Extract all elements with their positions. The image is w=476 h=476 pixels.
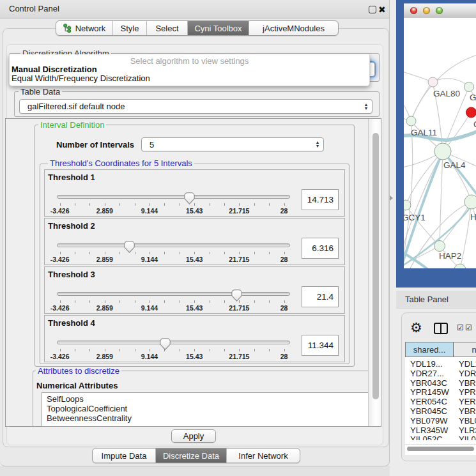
attribute-list-item[interactable]: TopologicalCoefficient <box>47 404 127 413</box>
slider-tick <box>254 252 255 254</box>
table-horizontal-scrollbar[interactable] <box>405 444 476 454</box>
slider-tick <box>164 300 165 303</box>
table-cell-name[interactable]: YER0 <box>459 397 476 406</box>
slider-tick <box>269 300 270 303</box>
tab-network[interactable]: Network <box>56 21 113 35</box>
slider-tick <box>224 252 225 254</box>
bottom-tab-infer-network[interactable]: Infer Network <box>227 449 300 463</box>
apply-button[interactable]: Apply <box>171 429 216 443</box>
popup-item[interactable]: Manual Discretization <box>12 65 97 74</box>
slider-thumb[interactable] <box>231 289 242 302</box>
gear-icon[interactable]: ⚙ <box>410 321 422 334</box>
network-edge[interactable] <box>440 151 443 246</box>
column-header-shared-name[interactable]: shared... <box>406 342 454 357</box>
network-node[interactable] <box>434 241 445 252</box>
popup-item[interactable]: Equal Width/Frequency Discretization <box>12 73 150 83</box>
table-cell-shared-name[interactable]: YIL052C <box>410 434 443 440</box>
close-traffic-light[interactable] <box>410 7 417 14</box>
slider-track[interactable] <box>57 341 290 344</box>
number-of-intervals-combobox[interactable]: 5 ▲▼ <box>141 137 324 151</box>
network-node[interactable] <box>434 143 451 160</box>
table-rows: YDL19...YDL1YDR27...YDR2YBR043CYBR0YPR14… <box>405 357 476 440</box>
threshold-value-field[interactable]: 6.316 <box>302 238 339 259</box>
numerical-attributes-list[interactable]: SelfLoopsTopologicalCoefficientBetweenne… <box>42 392 380 427</box>
table-cell-shared-name[interactable]: YDL19... <box>410 359 443 369</box>
network-edge-highlighted[interactable] <box>404 249 428 268</box>
select-columns-icon2[interactable]: ☑ <box>465 323 472 332</box>
settings-scrollbar[interactable] <box>368 119 381 426</box>
table-data-title: Table Data <box>19 88 62 96</box>
tab-label: Style <box>121 24 139 33</box>
slider-thumb[interactable] <box>184 192 195 204</box>
threshold-value-field[interactable]: 14.713 <box>302 189 339 210</box>
table-cell-name[interactable]: YBR0 <box>459 378 476 388</box>
slider-thumb[interactable] <box>160 338 171 350</box>
threshold-box: Threshold 4-3.4262.8599.14415.4321.71528… <box>44 315 345 362</box>
network-edge[interactable] <box>411 82 433 121</box>
control-panel-window: Control Panel ✖ NetworkStyleSelectCyni T… <box>0 0 390 466</box>
table-cell-name[interactable]: YDR2 <box>459 369 476 378</box>
slider-scale-label: -3.426 <box>50 353 70 360</box>
network-node[interactable] <box>404 200 411 210</box>
slider-tick <box>180 300 180 303</box>
slider-tick <box>210 349 210 351</box>
tab-style[interactable]: Style <box>113 21 147 35</box>
threshold-value-field[interactable]: 11.344 <box>302 335 339 356</box>
table-cell-shared-name[interactable]: YBR043C <box>410 378 447 388</box>
network-edge[interactable] <box>443 151 472 202</box>
threshold-box: Threshold 3-3.4262.8599.14415.4321.71528… <box>44 266 345 314</box>
close-icon[interactable]: ✖ <box>378 4 386 15</box>
slider-scale-label: 9.144 <box>141 207 158 215</box>
table-panel-titlebar[interactable]: Table Panel <box>396 290 476 309</box>
slider-track[interactable] <box>57 292 290 296</box>
network-canvas[interactable]: GAL80GALCGAL11GAL4GCY1HHAP2 <box>404 18 476 268</box>
slider-track[interactable] <box>57 195 290 199</box>
network-node[interactable] <box>466 107 476 118</box>
split-view-icon[interactable] <box>434 323 448 334</box>
tab-select[interactable]: Select <box>147 21 188 35</box>
network-window-titlebar[interactable] <box>404 3 476 19</box>
table-cell-shared-name[interactable]: YPR145W <box>410 387 449 397</box>
split-divider-handle[interactable] <box>390 196 393 201</box>
table-data-combobox-value: galFiltered.sif default node <box>20 102 360 111</box>
threshold-label: Threshold 3 <box>48 270 95 279</box>
table-cell-name[interactable]: YLR3 <box>459 426 476 435</box>
bottom-tab-discretize-data[interactable]: Discretize Data <box>156 449 227 463</box>
network-node[interactable] <box>464 82 474 92</box>
slider-track[interactable] <box>57 243 290 247</box>
table-cell-shared-name[interactable]: YER054C <box>410 397 447 406</box>
network-node[interactable] <box>406 116 416 126</box>
float-window-icon[interactable] <box>369 6 376 13</box>
table-data-combobox[interactable]: galFiltered.sif default node ▲▼ <box>19 99 372 114</box>
tab-jactivemnodules[interactable]: jActiveMNodules <box>249 21 338 35</box>
table-cell-shared-name[interactable]: YBR045C <box>410 406 447 416</box>
slider-scale-label: -3.426 <box>50 207 70 215</box>
table-cell-shared-name[interactable]: YBL079W <box>410 416 448 426</box>
slider-tick <box>210 300 210 303</box>
tab-cyni-toolbox[interactable]: Cyni Toolbox <box>188 21 249 35</box>
table-cell-name[interactable]: YBR0 <box>459 406 476 416</box>
minimize-traffic-light[interactable] <box>423 7 430 14</box>
table-cell-name[interactable]: YBL0 <box>459 416 476 426</box>
table-hscroll-thumb[interactable] <box>407 447 474 451</box>
zoom-traffic-light[interactable] <box>436 7 443 14</box>
table-cell-name[interactable]: YDL1 <box>459 359 476 369</box>
network-node[interactable] <box>464 195 476 209</box>
column-header-name[interactable]: na <box>454 342 476 357</box>
threshold-value-field[interactable]: 21.4 <box>302 286 339 307</box>
network-edge[interactable] <box>433 79 469 87</box>
network-node[interactable] <box>428 77 438 87</box>
attribute-list-item[interactable]: SelfLoops <box>47 394 84 404</box>
bottom-tab-impute-data[interactable]: Impute Data <box>93 449 156 463</box>
settings-scrollbar-thumb[interactable] <box>372 133 379 399</box>
table-cell-name[interactable]: YPR1 <box>459 387 476 397</box>
slider-scale-label: 21.715 <box>229 304 249 312</box>
select-columns-icon[interactable]: ☑ <box>457 323 464 332</box>
control-panel-titlebar[interactable]: Control Panel ✖ <box>0 0 389 19</box>
slider-thumb[interactable] <box>124 241 135 253</box>
slider-tick <box>75 252 75 254</box>
attribute-list-item[interactable]: BetweennessCentrality <box>47 413 132 423</box>
table-cell-shared-name[interactable]: YDR27... <box>410 369 444 378</box>
table-cell-shared-name[interactable]: YLR345W <box>410 426 448 435</box>
table-cell-name[interactable]: YIL0 <box>459 434 476 440</box>
